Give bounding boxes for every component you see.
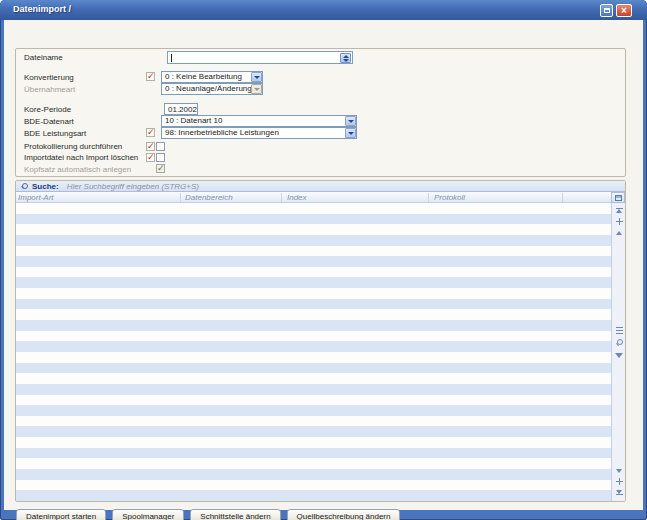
chevron-down-icon[interactable] bbox=[345, 128, 356, 138]
dropdown-value: 0 : Neuanlage/Änderung bbox=[162, 84, 251, 94]
column-list-icon[interactable] bbox=[612, 326, 626, 335]
maximize-button[interactable] bbox=[600, 4, 613, 17]
close-button[interactable] bbox=[616, 4, 632, 17]
table-row[interactable] bbox=[16, 490, 611, 501]
importdatei-checkbox[interactable] bbox=[156, 153, 165, 162]
scroll-first-icon[interactable] bbox=[612, 206, 626, 215]
column-separator bbox=[281, 193, 282, 202]
quellbeschreibung-aendern-button[interactable]: Quellbeschreibung ändern bbox=[287, 509, 401, 520]
table-header: Import-Art Datenbereich Index Protokoll bbox=[16, 192, 611, 203]
scroll-up-icon[interactable] bbox=[612, 228, 626, 237]
table-row[interactable] bbox=[16, 203, 611, 214]
search-hint: Hier Suchbegriff eingeben (STRG+S) bbox=[67, 182, 199, 191]
up-arrow-icon bbox=[343, 55, 349, 58]
column-header-protokoll[interactable]: Protokoll bbox=[434, 193, 465, 202]
column-header-index[interactable]: Index bbox=[287, 193, 307, 202]
table-settings-button[interactable] bbox=[611, 192, 625, 203]
kopfsatz-checkbox bbox=[156, 164, 165, 173]
table-row[interactable] bbox=[16, 448, 611, 459]
table-row[interactable] bbox=[16, 331, 611, 342]
column-separator bbox=[428, 193, 429, 202]
titlebar[interactable]: Datenimport / bbox=[0, 0, 647, 20]
column-separator bbox=[180, 193, 181, 202]
file-select-icon[interactable] bbox=[340, 53, 351, 63]
filter-icon[interactable] bbox=[612, 351, 626, 360]
table-row[interactable] bbox=[16, 235, 611, 246]
table-row[interactable] bbox=[16, 363, 611, 374]
dateiname-input[interactable] bbox=[167, 51, 353, 64]
chevron-down-icon[interactable] bbox=[345, 116, 356, 126]
field-label-kore-periode: Kore-Periode bbox=[24, 105, 71, 114]
dropdown-value: 0 : Keine Bearbeitung bbox=[162, 72, 251, 82]
table-row[interactable] bbox=[16, 373, 611, 384]
table-row[interactable] bbox=[16, 267, 611, 278]
table-row[interactable] bbox=[16, 395, 611, 406]
table-row[interactable] bbox=[16, 341, 611, 352]
client-area: Dateiname Konvertierung 0 : Keine Bearbe… bbox=[4, 20, 643, 510]
column-header-import-art[interactable]: Import-Art bbox=[18, 193, 54, 202]
table-row[interactable] bbox=[16, 469, 611, 480]
table-row[interactable] bbox=[16, 405, 611, 416]
dropdown-value: 98: Innerbetriebliche Leistungen bbox=[162, 128, 345, 138]
chevron-down-icon bbox=[251, 84, 262, 94]
dropdown-value: 10 : Datenart 10 bbox=[162, 116, 345, 126]
table-scrollbar[interactable] bbox=[611, 203, 625, 501]
field-label-bde-leistungsart: BDE Leistungsart bbox=[24, 129, 86, 138]
kore-periode-input[interactable]: 01.2002 bbox=[164, 103, 198, 115]
table-row[interactable] bbox=[16, 384, 611, 395]
record-nav-icon[interactable] bbox=[612, 477, 626, 486]
table-row[interactable] bbox=[16, 426, 611, 437]
record-nav-icon[interactable] bbox=[612, 217, 626, 226]
search-bar[interactable]: Suche: Hier Suchbegriff eingeben (STRG+S… bbox=[16, 181, 625, 192]
table-row[interactable] bbox=[16, 437, 611, 448]
down-arrow-icon bbox=[343, 59, 349, 62]
column-header-datenbereich[interactable]: Datenbereich bbox=[185, 193, 233, 202]
table-row[interactable] bbox=[16, 246, 611, 257]
table-row[interactable] bbox=[16, 416, 611, 427]
table-row[interactable] bbox=[16, 224, 611, 235]
modified-field-icon bbox=[146, 142, 155, 151]
bde-datenart-dropdown[interactable]: 10 : Datenart 10 bbox=[161, 115, 357, 127]
window-title: Datenimport / bbox=[13, 4, 71, 14]
table-row[interactable] bbox=[16, 299, 611, 310]
modified-field-icon bbox=[146, 72, 155, 81]
spoolmanager-button[interactable]: Spoolmanager bbox=[112, 509, 184, 520]
bde-leistungsart-dropdown[interactable]: 98: Innerbetriebliche Leistungen bbox=[161, 127, 357, 139]
table-row[interactable] bbox=[16, 458, 611, 469]
table-body bbox=[16, 203, 611, 501]
table-row[interactable] bbox=[16, 309, 611, 320]
datenimport-starten-button[interactable]: Datenimport starten bbox=[16, 509, 106, 520]
datenimport-window: Datenimport / Dateiname Konvertierung 0 … bbox=[0, 0, 647, 520]
uebernahmeart-dropdown: 0 : Neuanlage/Änderung bbox=[161, 83, 263, 95]
table-row[interactable] bbox=[16, 288, 611, 299]
field-label-kopfsatz: Kopfsatz automatisch anlegen bbox=[24, 165, 131, 174]
field-label-uebernahmeart: Übernahmeart bbox=[24, 85, 75, 94]
schnittstelle-aendern-button[interactable]: Schnittstelle ändern bbox=[190, 509, 280, 520]
konvertierung-dropdown[interactable]: 0 : Keine Bearbeitung bbox=[161, 71, 263, 83]
field-label-dateiname: Dateiname bbox=[24, 53, 63, 62]
maximize-icon bbox=[604, 8, 610, 13]
field-label-bde-datenart: BDE-Datenart bbox=[24, 117, 74, 126]
table-row[interactable] bbox=[16, 256, 611, 267]
protokollierung-checkbox[interactable] bbox=[156, 142, 165, 151]
table-row[interactable] bbox=[16, 277, 611, 288]
action-button-bar: Datenimport starten Spoolmanager Schnitt… bbox=[16, 509, 400, 520]
chevron-down-icon[interactable] bbox=[251, 72, 262, 82]
grid-icon bbox=[615, 195, 622, 201]
scroll-down-icon[interactable] bbox=[612, 466, 626, 475]
modified-field-icon bbox=[146, 153, 155, 162]
modified-field-icon bbox=[146, 128, 155, 137]
search-icon bbox=[21, 183, 27, 189]
field-label-protokollierung: Protokollierung durchführen bbox=[24, 142, 122, 151]
table-row[interactable] bbox=[16, 352, 611, 363]
search-label: Suche: bbox=[32, 182, 59, 191]
table-row[interactable] bbox=[16, 480, 611, 491]
field-label-importdatei: Importdatei nach Import löschen bbox=[24, 153, 138, 162]
text-caret bbox=[171, 54, 172, 62]
field-label-konvertierung: Konvertierung bbox=[24, 73, 74, 82]
scroll-last-icon[interactable] bbox=[612, 488, 626, 497]
table-row[interactable] bbox=[16, 320, 611, 331]
table-row[interactable] bbox=[16, 214, 611, 225]
search-records-icon[interactable] bbox=[612, 338, 626, 347]
column-separator bbox=[562, 193, 563, 202]
